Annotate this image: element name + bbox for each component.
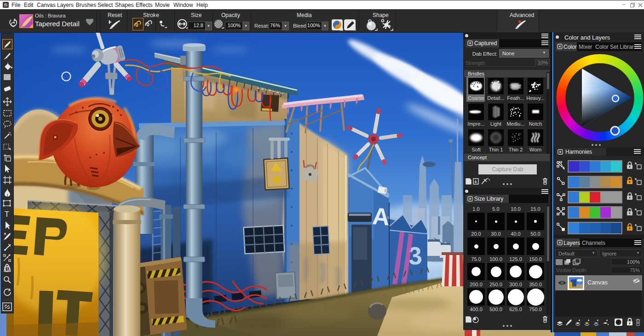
svg-text:A: A (371, 203, 391, 230)
svg-text:T: T (5, 210, 9, 218)
